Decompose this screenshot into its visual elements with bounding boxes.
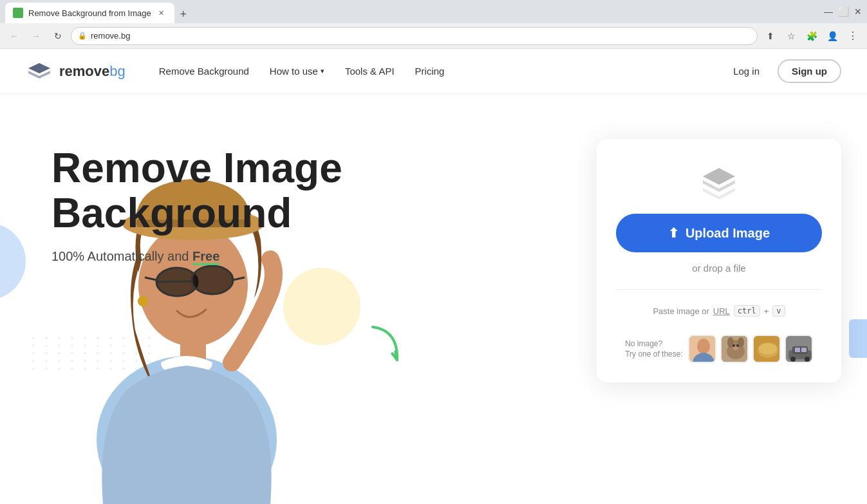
drop-hint: or drop a file	[692, 263, 745, 274]
nav-how-to-use[interactable]: How to use ▾	[262, 61, 332, 82]
nav-remove-background[interactable]: Remove Background	[151, 61, 257, 82]
try-label: Try one of these:	[625, 350, 683, 359]
hero-content: Remove Image Background 100% Automatical…	[51, 133, 597, 290]
sample-bread-thumb[interactable]	[752, 335, 781, 363]
no-image-label: No image?	[625, 339, 683, 348]
browser-titlebar: Remove Background from Image ✕ + — ⬜ ✕	[0, 0, 867, 23]
url-text: remove.bg	[91, 31, 130, 41]
tab-title: Remove Background from Image	[28, 8, 151, 18]
lock-icon: 🔒	[78, 32, 87, 40]
svg-rect-34	[795, 348, 800, 352]
navbar: removebg Remove Background How to use ▾ …	[0, 49, 867, 94]
upload-image-button[interactable]: ⬆ Upload Image	[616, 214, 822, 252]
hero-section: Remove Image Background 100% Automatical…	[0, 94, 867, 504]
toolbar-actions: ⬆ ☆ 🧩 👤 ⋮	[761, 27, 862, 45]
window-minimize-button[interactable]: —	[824, 6, 833, 17]
svg-point-17	[697, 339, 710, 354]
svg-rect-35	[801, 348, 806, 352]
logo-text: removebg	[59, 63, 126, 80]
extensions-button[interactable]: 🧩	[803, 27, 821, 45]
tab-favicon	[13, 8, 23, 18]
new-tab-button[interactable]: +	[174, 5, 192, 23]
profile-button[interactable]: 👤	[823, 27, 841, 45]
url-link[interactable]: URL	[713, 306, 730, 316]
share-button[interactable]: ⬆	[761, 27, 779, 45]
layers-icon	[696, 165, 741, 203]
deco-green-arrow	[355, 319, 424, 385]
browser-frame: Remove Background from Image ✕ + — ⬜ ✕ ←…	[0, 0, 867, 504]
nav-tools-api[interactable]: Tools & API	[337, 61, 402, 82]
signup-button[interactable]: Sign up	[778, 59, 841, 83]
hero-subtitle: 100% Automatically and Free	[51, 249, 597, 264]
tab-strip: Remove Background from Image ✕ +	[5, 0, 192, 23]
logo[interactable]: removebg	[26, 62, 126, 81]
sidebar-accent	[849, 319, 867, 358]
logo-icon	[26, 62, 53, 81]
svg-marker-0	[28, 63, 50, 73]
address-bar[interactable]: 🔒 remove.bg	[71, 27, 758, 45]
window-restore-button[interactable]: ⬜	[838, 6, 849, 17]
upload-card: ⬆ Upload Image or drop a file Paste imag…	[597, 139, 841, 382]
kbd-v: v	[772, 305, 785, 317]
svg-point-25	[733, 346, 738, 350]
sample-person-thumb[interactable]	[688, 335, 716, 363]
nav-pricing[interactable]: Pricing	[407, 61, 452, 82]
nav-right: Log in Sign up	[725, 59, 841, 83]
sample-car-thumb[interactable]	[785, 335, 813, 363]
sample-dog-thumb[interactable]	[720, 335, 749, 363]
window-close-button[interactable]: ✕	[854, 6, 862, 17]
chevron-down-icon: ▾	[321, 67, 324, 75]
login-button[interactable]: Log in	[725, 61, 767, 82]
browser-toolbar: ← → ↻ 🔒 remove.bg ⬆ ☆ 🧩 👤 ⋮	[0, 23, 867, 49]
svg-point-12	[138, 296, 148, 306]
forward-button[interactable]: →	[27, 27, 45, 45]
bookmark-button[interactable]: ☆	[782, 27, 800, 45]
chrome-menu-button[interactable]: ⋮	[844, 27, 862, 45]
try-samples: No image? Try one of these:	[622, 335, 816, 363]
svg-point-33	[805, 357, 810, 362]
back-button[interactable]: ←	[5, 27, 23, 45]
active-tab[interactable]: Remove Background from Image ✕	[5, 3, 174, 23]
sample-images	[688, 335, 813, 363]
hero-title: Remove Image Background	[51, 145, 597, 236]
paste-hint: Paste image or URL ctrl + v	[653, 305, 785, 317]
card-divider	[616, 289, 822, 290]
tab-close-button[interactable]: ✕	[156, 8, 167, 18]
nav-links: Remove Background How to use ▾ Tools & A…	[151, 61, 700, 82]
svg-point-28	[759, 343, 777, 355]
reload-button[interactable]: ↻	[49, 27, 67, 45]
svg-marker-13	[703, 168, 735, 185]
page-content: removebg Remove Background How to use ▾ …	[0, 49, 867, 504]
upload-section: ⬆ Upload Image or drop a file Paste imag…	[597, 139, 841, 382]
upload-icon: ⬆	[668, 225, 679, 241]
kbd-ctrl: ctrl	[734, 305, 760, 317]
svg-point-32	[790, 357, 796, 362]
deco-blue-arc	[0, 223, 26, 300]
